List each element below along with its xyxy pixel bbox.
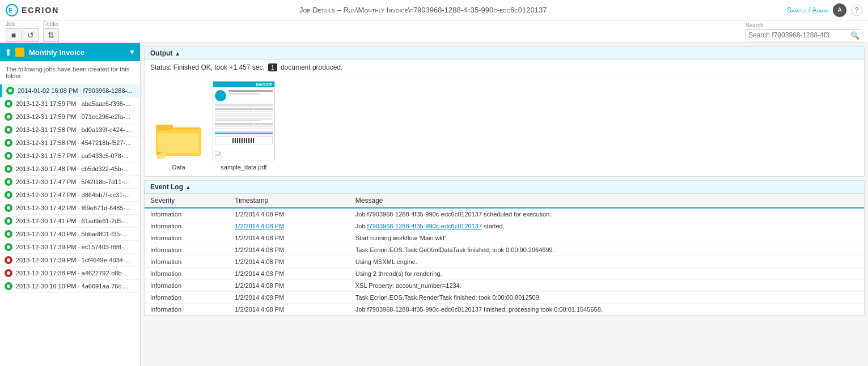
search-icon[interactable]: 🔍 bbox=[848, 30, 862, 41]
sidebar-item-label: 2013-12-30 17:39 PM · 1cf4649e-4034-... bbox=[16, 257, 130, 263]
sidebar-item[interactable]: 2013-12-30 17:41 PM · 61ad9e61-2d5-... bbox=[0, 215, 140, 228]
output-status-text: Status: Finished OK, took +1.457 sec. bbox=[150, 63, 265, 71]
eventlog-row: Information1/2/2014 4:08 PMStart running… bbox=[145, 232, 864, 244]
sidebar-status-dot bbox=[5, 243, 12, 251]
eventlog-row: Information1/2/2014 4:08 PMTask Ecrion.E… bbox=[145, 292, 864, 304]
pdf-preview: INVOICE bbox=[213, 81, 275, 160]
output-collapse-icon[interactable]: ▲ bbox=[175, 50, 180, 57]
output-header: Output ▲ bbox=[145, 47, 864, 60]
sidebar-item-label: 2013-12-30 17:41 PM · 61ad9e61-2d5-... bbox=[16, 218, 129, 224]
sidebar-item[interactable]: 2013-12-30 17:48 PM · cb5dd322-45b-... bbox=[0, 163, 140, 176]
output-status: Status: Finished OK, took +1.457 sec. 1 … bbox=[145, 60, 864, 75]
sidebar-status-dot bbox=[5, 113, 12, 121]
doc-count-badge: 1 bbox=[268, 63, 277, 71]
sidebar-item-label: 2013-12-31 17:57 PM · ea9433c5-078-... bbox=[16, 152, 129, 159]
sidebar-item[interactable]: 2013-12-30 17:47 PM · 5f42f18b-7d11-... bbox=[0, 176, 140, 189]
sidebar-item[interactable]: 2013-12-31 17:59 PM · aba5aac6-f398-... bbox=[0, 97, 140, 110]
stop-button[interactable]: ■ bbox=[6, 28, 22, 42]
sidebar-status-dot bbox=[5, 191, 12, 199]
folder-file-icon: 📁 bbox=[156, 150, 167, 160]
log-message[interactable]: Job f7903968-1288-4f35-990c-edc6c0120137… bbox=[350, 220, 864, 232]
refresh-button[interactable]: ↺ bbox=[23, 28, 39, 42]
sidebar-item[interactable]: 2013-12-30 17:40 PM · 5bbad801-f35-... bbox=[0, 228, 140, 241]
job-group-label: Job bbox=[6, 21, 15, 27]
file-label-pdf: sample_data.pdf bbox=[221, 164, 266, 171]
sidebar-status-dot bbox=[5, 269, 12, 277]
eventlog-header-row: Severity Timestamp Message bbox=[145, 194, 864, 208]
user-label[interactable]: Sample / Admin bbox=[787, 6, 828, 14]
sidebar-upload-icon: ⬆ bbox=[5, 47, 12, 58]
log-message: Job f7903968-1288-4f35-990c-edc6c0120137… bbox=[350, 208, 864, 220]
sidebar-item-label: 2013-12-30 17:42 PM · f69e671d-6485-... bbox=[16, 205, 130, 211]
top-right-nav: Sample / Admin A ? bbox=[787, 3, 862, 17]
sidebar-status-dot bbox=[6, 87, 14, 95]
help-button[interactable]: ? bbox=[851, 5, 862, 16]
sidebar-item[interactable]: 2013-12-30 17:47 PM · d864bb7f-cc31-... bbox=[0, 189, 140, 202]
sidebar-status-dot bbox=[5, 165, 12, 173]
output-section: Output ▲ Status: Finished OK, took +1.45… bbox=[144, 46, 865, 177]
pdf-icon-area: INVOICE bbox=[213, 81, 275, 160]
search-box: 🔍 bbox=[746, 29, 862, 41]
file-item-data[interactable]: 📁 Data bbox=[156, 119, 201, 171]
sidebar-item-label: 2013-12-30 17:40 PM · 5bbad801-f35-... bbox=[16, 231, 127, 237]
folder-group-label: Folder bbox=[43, 21, 59, 27]
output-files: 📁 Data INVOICE bbox=[145, 75, 864, 176]
sidebar-item[interactable]: 2013-12-30 17:38 PM · a4622792-b8b-... bbox=[0, 267, 140, 280]
toolbar-left: Job ■ ↺ Folder ⇅ bbox=[6, 21, 59, 42]
log-message: Job f7903968-1288-4f35-990c-edc6c0120137… bbox=[350, 304, 864, 316]
log-message: Task Ecrion.EOS.Task.GetXmlDataTask fini… bbox=[350, 244, 864, 256]
search-input[interactable] bbox=[746, 30, 848, 40]
file-item-pdf[interactable]: INVOICE bbox=[213, 81, 275, 171]
log-severity: Information bbox=[145, 220, 229, 232]
log-timestamp: 1/2/2014 4:08 PM bbox=[229, 208, 350, 220]
eventlog-collapse-icon[interactable]: ▲ bbox=[185, 184, 191, 190]
logo-area: E ECRION bbox=[6, 4, 59, 16]
svg-rect-4 bbox=[156, 125, 173, 130]
log-timestamp: 1/2/2014 4:08 PM bbox=[229, 304, 350, 316]
sidebar-title: Monthly Invoice bbox=[29, 48, 125, 57]
sidebar-item[interactable]: 2013-12-31 17:58 PM · bd0a139f-c424-... bbox=[0, 124, 140, 137]
sidebar-item[interactable]: 2013-12-30 17:39 PM · 1cf4649e-4034-... bbox=[0, 254, 140, 267]
log-message: Using MSXML engine. bbox=[350, 256, 864, 268]
file-label-data: Data bbox=[172, 164, 185, 171]
filter-button[interactable]: ⇅ bbox=[43, 28, 59, 42]
sidebar-item[interactable]: 2013-12-30 17:39 PM · ec157403-f8f8-... bbox=[0, 241, 140, 254]
page-title: Job Details – Run\Monthly Invoice\f79039… bbox=[59, 6, 787, 14]
log-timestamp: 1/2/2014 4:08 PM bbox=[229, 280, 350, 292]
sidebar-header[interactable]: ⬆ Monthly Invoice ▼ bbox=[0, 43, 140, 61]
log-timestamp: 1/2/2014 4:08 PM bbox=[229, 232, 350, 244]
sidebar-item[interactable]: 2013-12-31 17:58 PM · 4547218b-f527-... bbox=[0, 137, 140, 150]
log-timestamp[interactable]: 1/2/2014 4:08 PM bbox=[229, 220, 350, 232]
sidebar-status-dot bbox=[5, 204, 12, 212]
log-timestamp: 1/2/2014 4:08 PM bbox=[229, 256, 350, 268]
sidebar-status-dot bbox=[5, 100, 12, 108]
sidebar-item[interactable]: 2013-12-30 16:10 PM · 4a6691aa-76c-... bbox=[0, 280, 140, 293]
eventlog-row: Information1/2/2014 4:08 PMJob f7903968-… bbox=[145, 220, 864, 232]
sidebar-dropdown-icon: ▼ bbox=[129, 48, 136, 56]
sidebar-item-label: 2013-12-31 17:59 PM · aba5aac6-f398-... bbox=[16, 100, 130, 107]
sidebar-item-label: 2013-12-31 17:58 PM · 4547218b-f527-... bbox=[16, 139, 130, 146]
log-severity: Information bbox=[145, 256, 229, 268]
eventlog-body: Information1/2/2014 4:08 PMJob f7903968-… bbox=[145, 208, 864, 316]
eventlog-row: Information1/2/2014 4:08 PMJob f7903968-… bbox=[145, 208, 864, 220]
avatar[interactable]: A bbox=[833, 3, 846, 17]
sidebar-status-dot bbox=[5, 139, 12, 147]
sidebar-status-dot bbox=[5, 256, 12, 264]
eventlog-row: Information1/2/2014 4:08 PMTask Ecrion.E… bbox=[145, 244, 864, 256]
sidebar-item-label: 2013-12-30 16:10 PM · 4a6691aa-76c-... bbox=[16, 283, 129, 290]
job-toolbar-buttons: ■ ↺ bbox=[6, 28, 39, 42]
sidebar-item[interactable]: 2014-01-02 16:08 PM · f7903968-1288-... bbox=[0, 84, 140, 97]
log-timestamp: 1/2/2014 4:08 PM bbox=[229, 268, 350, 280]
sidebar-item[interactable]: 2013-12-31 17:57 PM · ea9433c5-078-... bbox=[0, 150, 140, 163]
sidebar-status-dot bbox=[5, 126, 12, 134]
eventlog-row: Information1/2/2014 4:08 PMXSL Property:… bbox=[145, 280, 864, 292]
top-header: E ECRION Job Details – Run\Monthly Invoi… bbox=[0, 0, 868, 20]
eventlog-table: Severity Timestamp Message Information1/… bbox=[145, 194, 864, 316]
sidebar-folder-badge bbox=[15, 48, 24, 57]
sidebar-item[interactable]: 2013-12-31 17:59 PM · 071ec296-e2fa-... bbox=[0, 110, 140, 124]
sidebar-status-dot bbox=[5, 217, 12, 225]
folder-toolbar-buttons: ⇅ bbox=[43, 28, 59, 42]
sidebar-item[interactable]: 2013-12-30 17:42 PM · f69e671d-6485-... bbox=[0, 202, 140, 215]
sidebar-item-label: 2013-12-30 17:47 PM · 5f42f18b-7d11-... bbox=[16, 178, 129, 185]
output-label: Output bbox=[150, 49, 172, 57]
